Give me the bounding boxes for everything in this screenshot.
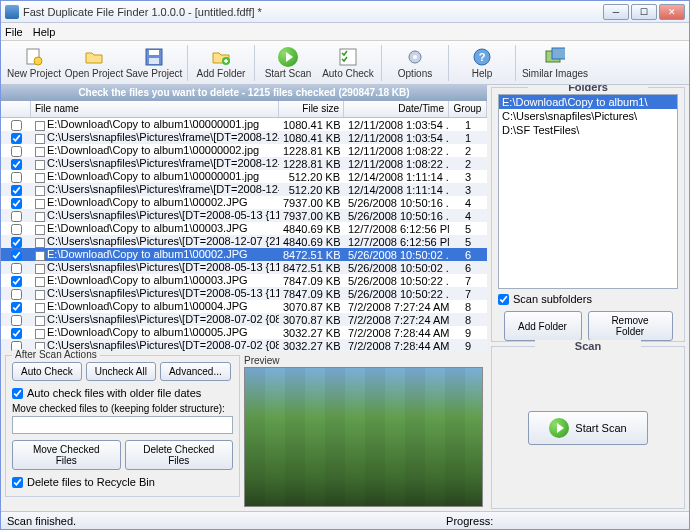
col-datetime[interactable]: Date/Time [344,101,449,117]
start-scan-button[interactable]: Start Scan [259,43,317,83]
folders-panel: Folders E:\Download\Copy to album1\C:\Us… [491,87,685,342]
table-row[interactable]: E:\Download\Copy to album1\00003.JPG 784… [1,274,487,287]
menu-file[interactable]: File [5,26,23,38]
row-checkbox[interactable] [11,120,22,131]
file-icon [35,225,45,235]
open-project-button[interactable]: Open Project [65,43,123,83]
table-row[interactable]: E:\Download\Copy to album1\00004.JPG 307… [1,300,487,313]
close-button[interactable]: ✕ [659,4,685,20]
row-checkbox[interactable] [11,133,22,144]
table-row[interactable]: C:\Users\snapfiles\Pictures\frame\[DT=20… [1,183,487,196]
file-icon [35,251,45,261]
new-project-icon [24,47,44,67]
column-headers: File name File size Date/Time Group [1,101,487,118]
row-checkbox[interactable] [11,328,22,339]
folder-item[interactable]: E:\Download\Copy to album1\ [499,95,677,109]
table-row[interactable]: E:\Download\Copy to album1\00003.JPG 484… [1,222,487,235]
file-icon [35,199,45,209]
row-checkbox[interactable] [11,224,22,235]
table-row[interactable]: E:\Download\Copy to album1\00005.JPG 303… [1,326,487,339]
play-icon [549,418,569,438]
scan-subfolders-checkbox[interactable]: Scan subfolders [498,293,678,305]
file-icon [35,290,45,300]
menu-help[interactable]: Help [33,26,56,38]
remove-folder-button[interactable]: Remove Folder [588,311,673,341]
preview-label: Preview [244,355,483,366]
older-dates-checkbox[interactable]: Auto check files with older file dates [12,387,233,399]
table-row[interactable]: E:\Download\Copy to album1\00002.JPG 793… [1,196,487,209]
table-row[interactable]: C:\Users\snapfiles\Pictures\[DT=2008-05-… [1,287,487,300]
file-icon [35,160,45,170]
row-checkbox[interactable] [11,315,22,326]
row-checkbox[interactable] [11,289,22,300]
file-icon [35,212,45,222]
col-filename[interactable]: File name [31,101,279,117]
col-group[interactable]: Group [449,101,487,117]
minimize-button[interactable]: ─ [603,4,629,20]
file-icon [35,121,45,131]
svg-rect-4 [149,58,159,64]
table-row[interactable]: C:\Users\snapfiles\Pictures\[DT=2008-07-… [1,313,487,326]
table-row[interactable]: C:\Users\snapfiles\Pictures\frame\[DT=20… [1,157,487,170]
file-icon [35,173,45,183]
maximize-button[interactable]: ☐ [631,4,657,20]
svg-rect-6 [340,49,356,65]
table-row[interactable]: E:\Download\Copy to album1\00000001.jpg … [1,118,487,131]
row-checkbox[interactable] [11,185,22,196]
auto-check-button[interactable]: Auto Check [319,43,377,83]
table-row[interactable]: C:\Users\snapfiles\Pictures\frame\[DT=20… [1,131,487,144]
similar-images-button[interactable]: Similar Images [520,43,590,83]
folder-item[interactable]: D:\SF TestFiles\ [499,123,677,137]
folder-add-icon [211,47,231,67]
row-checkbox[interactable] [11,159,22,170]
move-path-input[interactable] [12,416,233,434]
titlebar: Fast Duplicate File Finder 1.0.0.0 - [un… [1,1,689,23]
svg-point-8 [413,55,417,59]
save-project-button[interactable]: Save Project [125,43,183,83]
recycle-checkbox[interactable]: Delete files to Recycle Bin [12,476,233,488]
row-checkbox[interactable] [11,172,22,183]
folder-list[interactable]: E:\Download\Copy to album1\C:\Users\snap… [498,94,678,289]
delete-checked-button[interactable]: Delete Checked Files [125,440,234,470]
file-icon [35,238,45,248]
auto-check-action-button[interactable]: Auto Check [12,362,82,381]
move-checked-button[interactable]: Move Checked Files [12,440,121,470]
file-list[interactable]: E:\Download\Copy to album1\00000001.jpg … [1,118,487,351]
row-checkbox[interactable] [11,146,22,157]
row-checkbox[interactable] [11,250,22,261]
svg-rect-3 [149,50,159,55]
options-button[interactable]: Options [386,43,444,83]
row-checkbox[interactable] [11,198,22,209]
new-project-button[interactable]: New Project [5,43,63,83]
help-icon: ? [472,47,492,67]
table-row[interactable]: C:\Users\snapfiles\Pictures\[DT=2008-05-… [1,261,487,274]
table-row[interactable]: E:\Download\Copy to album1\00002.JPG 847… [1,248,487,261]
file-icon [35,329,45,339]
help-button[interactable]: ? Help [453,43,511,83]
table-row[interactable]: E:\Download\Copy to album1\00000001.jpg … [1,170,487,183]
save-icon [144,47,164,67]
advanced-button[interactable]: Advanced... [160,362,231,381]
row-checkbox[interactable] [11,211,22,222]
col-filesize[interactable]: File size [279,101,344,117]
folder-item[interactable]: C:\Users\snapfiles\Pictures\ [499,109,677,123]
table-row[interactable]: C:\Users\snapfiles\Pictures\[DT=2008-12-… [1,235,487,248]
folder-open-icon [84,47,104,67]
after-scan-actions: After Scan Actions Auto Check Uncheck Al… [5,355,240,497]
file-icon [35,147,45,157]
file-icon [35,303,45,313]
uncheck-all-button[interactable]: Uncheck All [86,362,156,381]
start-scan-main-button[interactable]: Start Scan [528,411,647,445]
status-text: Scan finished. [7,515,76,527]
table-row[interactable]: E:\Download\Copy to album1\00000002.jpg … [1,144,487,157]
add-folder-button[interactable]: Add Folder [192,43,250,83]
preview-image [244,367,483,507]
row-checkbox[interactable] [11,302,22,313]
row-checkbox[interactable] [11,263,22,274]
scan-panel: Scan Start Scan [491,346,685,509]
window-title: Fast Duplicate File Finder 1.0.0.0 - [un… [23,6,603,18]
row-checkbox[interactable] [11,237,22,248]
row-checkbox[interactable] [11,276,22,287]
table-row[interactable]: C:\Users\snapfiles\Pictures\[DT=2008-05-… [1,209,487,222]
add-folder-right-button[interactable]: Add Folder [504,311,582,341]
